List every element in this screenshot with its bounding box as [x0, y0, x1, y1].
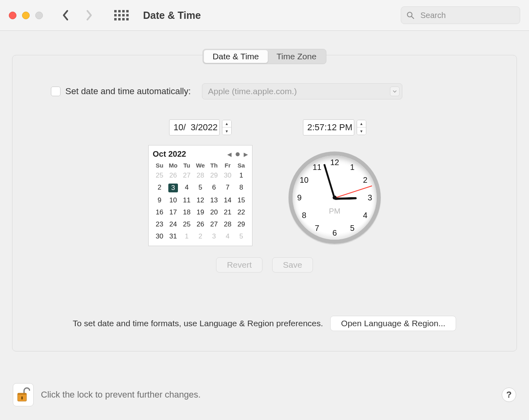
- analog-clock-wrap: PM 123456789101112: [289, 151, 381, 244]
- close-window-button[interactable]: [9, 12, 16, 19]
- clock-number: 10: [300, 176, 309, 185]
- revert-button[interactable]: Revert: [216, 257, 262, 273]
- calendar-day[interactable]: 29: [234, 218, 248, 230]
- calendar-day[interactable]: 13: [207, 194, 221, 206]
- calendar-day[interactable]: 28: [194, 170, 207, 182]
- calendar-day[interactable]: 27: [180, 170, 194, 182]
- search-icon: [406, 11, 414, 19]
- calendar-day[interactable]: 11: [180, 194, 194, 206]
- time-column: 2:57:12 PM ▴ ▾ PM 123456789101112: [289, 119, 381, 244]
- calendar-dow: Su: [153, 161, 166, 170]
- settings-panel: Date & Time Time Zone Set date and time …: [12, 55, 517, 351]
- time-step-down[interactable]: ▾: [357, 127, 366, 135]
- clock-number: 2: [363, 176, 367, 185]
- calendar-day[interactable]: 17: [166, 206, 180, 218]
- format-hint-text: To set date and time formats, use Langua…: [73, 319, 323, 328]
- ntp-server-dropdown[interactable]: Apple (time.apple.com.): [202, 83, 402, 99]
- calendar-day[interactable]: 3: [207, 230, 221, 242]
- clock-number: 1: [350, 162, 354, 172]
- calendar-day[interactable]: 28: [221, 218, 234, 230]
- nav-arrows: [62, 10, 93, 21]
- calendar-day[interactable]: 30: [153, 230, 166, 242]
- calendar-prev-month[interactable]: ◀: [227, 151, 232, 158]
- tab-date-time[interactable]: Date & Time: [204, 50, 268, 63]
- calendar-day[interactable]: 16: [153, 206, 166, 218]
- calendar-day[interactable]: 5: [234, 230, 248, 242]
- calendar-day[interactable]: 22: [234, 206, 248, 218]
- back-button[interactable]: [62, 10, 69, 21]
- date-field[interactable]: 10/ 3/2022: [169, 119, 220, 135]
- forward-button[interactable]: [85, 10, 93, 21]
- calendar-day[interactable]: 27: [207, 218, 221, 230]
- calendar-day[interactable]: 8: [234, 182, 248, 194]
- calendar-day[interactable]: 29: [207, 170, 221, 182]
- date-step-down[interactable]: ▾: [222, 127, 231, 135]
- tab-time-zone[interactable]: Time Zone: [268, 50, 325, 63]
- calendar-today-button[interactable]: [236, 152, 240, 156]
- fullscreen-window-button[interactable]: [35, 12, 43, 19]
- tab-bar: Date & Time Time Zone: [202, 49, 326, 64]
- calendar-day[interactable]: 10: [166, 194, 180, 206]
- calendar-day[interactable]: 24: [166, 218, 180, 230]
- calendar-day[interactable]: 25: [180, 218, 194, 230]
- clock-number: 7: [315, 224, 319, 233]
- minimize-window-button[interactable]: [22, 12, 30, 19]
- calendar-day[interactable]: 2: [194, 230, 207, 242]
- calendar-day[interactable]: 7: [221, 182, 234, 194]
- calendar-day[interactable]: 26: [166, 170, 180, 182]
- clock-number: 3: [367, 193, 372, 202]
- calendar-day[interactable]: 18: [180, 206, 194, 218]
- clock-number: 9: [297, 193, 301, 202]
- calendar-day[interactable]: 6: [207, 182, 221, 194]
- calendar-day[interactable]: 1: [180, 230, 194, 242]
- calendar-day[interactable]: 31: [166, 230, 180, 242]
- search-input[interactable]: [401, 6, 520, 24]
- date-step-up[interactable]: ▴: [222, 120, 231, 127]
- calendar-day[interactable]: 14: [221, 194, 234, 206]
- help-button[interactable]: ?: [502, 388, 516, 402]
- ntp-server-value: Apple (time.apple.com.): [208, 87, 297, 96]
- calendar-day[interactable]: 23: [153, 218, 166, 230]
- calendar-day[interactable]: 21: [221, 206, 234, 218]
- clock-number: 5: [350, 224, 354, 233]
- calendar-day[interactable]: 4: [180, 182, 194, 194]
- calendar-dow: Sa: [234, 161, 248, 170]
- open-language-region-button[interactable]: Open Language & Region...: [330, 316, 456, 331]
- auto-set-checkbox[interactable]: [51, 87, 61, 96]
- calendar-day[interactable]: 19: [194, 206, 207, 218]
- calendar-day[interactable]: 4: [221, 230, 234, 242]
- calendar-dow: Fr: [221, 161, 234, 170]
- calendar-day[interactable]: 3: [166, 182, 180, 194]
- auto-set-label: Set date and time automatically:: [65, 86, 191, 97]
- chevron-down-icon: [390, 87, 400, 96]
- calendar: Oct 2022 ◀ ▶ SuMoTuWeThFrSa2526272829301…: [148, 145, 252, 246]
- calendar-day[interactable]: 9: [153, 194, 166, 206]
- window-title: Date & Time: [143, 10, 201, 21]
- lock-open-icon: [16, 387, 30, 403]
- calendar-day[interactable]: 12: [194, 194, 207, 206]
- calendar-day[interactable]: 2: [153, 182, 166, 194]
- calendar-day[interactable]: 30: [221, 170, 234, 182]
- calendar-day[interactable]: 25: [153, 170, 166, 182]
- lock-button[interactable]: [13, 383, 34, 406]
- calendar-day[interactable]: 20: [207, 206, 221, 218]
- panel-footer: To set date and time formats, use Langua…: [12, 316, 517, 331]
- clock-number: 11: [313, 162, 321, 172]
- show-all-prefs-button[interactable]: [114, 10, 129, 20]
- calendar-nav: ◀ ▶: [227, 151, 248, 158]
- date-column: 10/ 3/2022 ▴ ▾ Oct 2022 ◀ ▶ SuMoTuWeThFr…: [148, 119, 252, 246]
- time-step-up[interactable]: ▴: [357, 120, 366, 127]
- save-button[interactable]: Save: [272, 257, 313, 273]
- time-field[interactable]: 2:57:12 PM: [303, 119, 355, 135]
- calendar-dow: We: [194, 161, 207, 170]
- search-wrap: [401, 6, 520, 24]
- calendar-title: Oct 2022: [153, 149, 186, 159]
- calendar-day[interactable]: 26: [194, 218, 207, 230]
- svg-rect-3: [18, 393, 26, 395]
- calendar-day[interactable]: 5: [194, 182, 207, 194]
- calendar-day[interactable]: 1: [234, 170, 248, 182]
- calendar-day[interactable]: 15: [234, 194, 248, 206]
- clock-number: 8: [302, 211, 306, 220]
- calendar-next-month[interactable]: ▶: [244, 151, 248, 158]
- clock-period: PM: [329, 207, 341, 216]
